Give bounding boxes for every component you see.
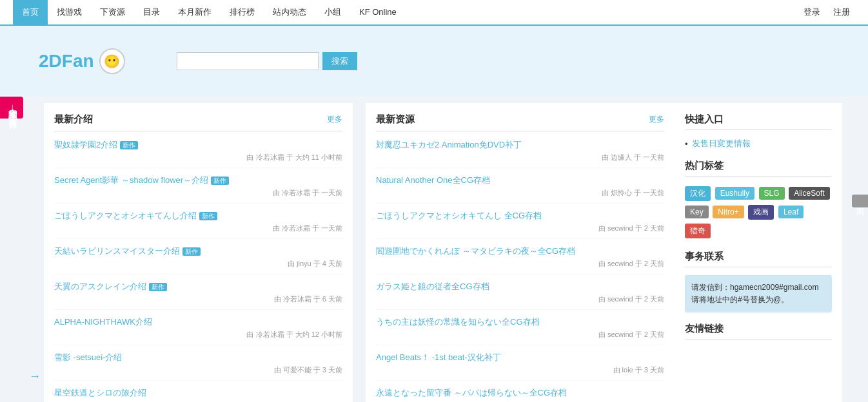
tag-alicesoft[interactable]: AliceSoft [789, 187, 829, 200]
nav-home[interactable]: 首页 [13, 0, 48, 25]
new-badge: 新作 [182, 247, 201, 256]
list-item: 聖奴隷学園2介绍新作 由 冷若冰霜 于 大约 11 小时前 [54, 139, 342, 168]
close-button[interactable]: 关闭 [852, 195, 868, 207]
latest-resources-section: 最新资源 更多 対魔忍ユキカゼ2 Animation免DVD补丁 由 边缘人 于… [366, 103, 675, 402]
quick-access-item: • 发售日変更情報 [685, 138, 832, 149]
item-meta: 由 loie 于 3 天前 [376, 365, 664, 375]
new-badge: 新作 [211, 177, 229, 185]
site-header: 2DFan 😶 搜索 [0, 26, 868, 97]
intro-item-link[interactable]: 星空鉄道とシロの旅介绍 [54, 388, 146, 397]
tag-slg[interactable]: SLG [759, 187, 785, 200]
logo: 2DFan 😶 [39, 48, 125, 74]
item-meta: 由 冷若冰霜 于 大约 12 小时前 [54, 330, 342, 340]
resource-item-link[interactable]: 閻遊圍地でかくれんぼ ～マタビラキの夜～全CG存档 [376, 246, 575, 256]
list-item: 雪影 -setsuei-介绍 由 可爱不能 于 3 天前 [54, 352, 342, 381]
tag-xihua[interactable]: 戏画 [748, 205, 774, 220]
list-item: 永遠となった留守番 ～パパは帰らない～全CG存档 由 炽怜心 于 4 天前 [376, 387, 664, 402]
tags-container: 汉化 Eushully SLG AliceSoft Key Nitro+ 戏画 … [685, 184, 832, 240]
item-meta: 由 secwind 于 2 天前 [376, 259, 664, 269]
friends-title: 友情链接 [685, 323, 832, 340]
tag-lieqi[interactable]: 猎奇 [685, 224, 711, 238]
resource-item-link[interactable]: ガラス姫と鏡の従者全CG存档 [376, 282, 489, 291]
resource-item-link[interactable]: 永遠となった留守番 ～パパは帰らない～全CG存档 [376, 388, 567, 397]
item-meta: 由 secwind 于 2 天前 [376, 294, 664, 304]
main-content: → 最新介绍 更多 聖奴隷学園2介绍新作 由 冷若冰霜 于 大约 11 小时前 … [0, 103, 868, 402]
list-item: Secret Agent影華 ～shadow flower～介绍新作 由 冷若冰… [54, 175, 342, 204]
nav-download[interactable]: 下资源 [91, 0, 134, 25]
intro-item-link[interactable]: 天結いラビリンスマイスター介绍 [54, 246, 180, 256]
item-meta: 由 冷若冰霜 于 一天前 [54, 224, 342, 233]
nav-new-this-month[interactable]: 本月新作 [169, 0, 221, 25]
list-item: Natural Another One全CG存档 由 炽怜心 于 一天前 [376, 175, 664, 204]
top-nav: 首页 找游戏 下资源 目录 本月新作 排行榜 站内动态 小组 KF Online… [0, 0, 868, 26]
latest-intro-title: 最新介绍 [54, 113, 93, 126]
item-meta: 由 冷若冰霜 于 一天前 [54, 188, 342, 198]
list-item: ごほうしアクマとオシオキてんし介绍新作 由 冷若冰霜 于 一天前 [54, 210, 342, 239]
logo-text: 2DFan [39, 51, 94, 72]
nav-find-games[interactable]: 找游戏 [48, 0, 91, 25]
item-meta: 由 secwind 于 2 天前 [376, 224, 664, 233]
item-meta: 由 炽怜心 于 一天前 [376, 188, 664, 198]
resource-item-link[interactable]: 対魔忍ユキカゼ2 Animation免DVD补丁 [376, 140, 522, 149]
latest-intro-section: 最新介绍 更多 聖奴隷学園2介绍新作 由 冷若冰霜 于 大约 11 小时前 Se… [44, 103, 353, 402]
logo-icon: 😶 [99, 48, 125, 74]
list-item: ごほうしアクマとオシオキてんし 全CG存档 由 secwind 于 2 天前 [376, 210, 664, 239]
item-meta: 由 jinyu 于 4 天前 [54, 259, 342, 269]
item-meta: 由 冷若冰霜 于 大约 11 小时前 [54, 153, 342, 162]
latest-resources-more[interactable]: 更多 [649, 114, 664, 125]
nav-catalog[interactable]: 目录 [134, 0, 169, 25]
resource-item-link[interactable]: うちの主は妖怪の常識を知らない全CG存档 [376, 317, 540, 327]
list-item: 対魔忍ユキカゼ2 Animation免DVD补丁 由 边缘人 于 一天前 [376, 139, 664, 168]
register-link[interactable]: 注册 [828, 0, 855, 25]
item-meta: 由 secwind 于 2 天前 [376, 330, 664, 340]
item-meta: 由 可爱不能 于 3 天前 [54, 365, 342, 375]
list-item: ALPHA-NIGHTHAWK介绍 由 冷若冰霜 于 大约 12 小时前 [54, 316, 342, 345]
resource-item-link[interactable]: ごほうしアクマとオシオキてんし 全CG存档 [376, 211, 542, 220]
intro-item-link[interactable]: 天翼のアスクレイン介绍 [54, 282, 146, 291]
tag-key[interactable]: Key [685, 206, 709, 218]
quick-access-title: 快捷入口 [685, 113, 832, 130]
list-item: 閻遊圍地でかくれんぼ ～マタビラキの夜～全CG存档 由 secwind 于 2 … [376, 245, 664, 274]
intro-item-link[interactable]: ごほうしアクマとオシオキてんし介绍 [54, 211, 197, 220]
item-meta: 由 边缘人 于 一天前 [376, 153, 664, 162]
list-item: うちの主は妖怪の常識を知らない全CG存档 由 secwind 于 2 天前 [376, 316, 664, 345]
friends-section: 友情链接 [685, 323, 832, 340]
content-area: 最新介绍 更多 聖奴隷学園2介绍新作 由 冷若冰霜 于 大约 11 小时前 Se… [44, 103, 675, 402]
list-item: ガラス姫と鏡の従者全CG存档 由 secwind 于 2 天前 [376, 281, 664, 310]
tag-leaf[interactable]: Leaf [778, 206, 804, 218]
latest-intro-more[interactable]: 更多 [327, 114, 342, 125]
tag-eushully[interactable]: Eushully [715, 187, 755, 200]
resource-item-link[interactable]: Angel Beats！ -1st beat-汉化补丁 [376, 352, 501, 362]
tag-nitroplus[interactable]: Nitro+ [713, 206, 744, 218]
list-item: 天結いラビリンスマイスター介绍新作 由 jinyu 于 4 天前 [54, 245, 342, 274]
intro-item-link[interactable]: Secret Agent影華 ～shadow flower～介绍 [54, 175, 208, 185]
new-badge: 新作 [120, 141, 138, 149]
latest-intro-list: 聖奴隷学園2介绍新作 由 冷若冰霜 于 大约 11 小时前 Secret Age… [54, 139, 342, 402]
search-button[interactable]: 搜索 [322, 52, 357, 70]
item-meta: 由 冷若冰霜 于 6 天前 [54, 294, 342, 304]
scroll-arrow: → [26, 103, 44, 402]
intro-item-link[interactable]: 雪影 -setsuei-介绍 [54, 352, 122, 362]
contact-box: 请发信到：hgamecn2009#gmail.com请将地址中的#号替换为@。 [685, 275, 832, 312]
contact-section: 事务联系 请发信到：hgamecn2009#gmail.com请将地址中的#号替… [685, 251, 832, 312]
left-banner[interactable]: 鼠标移到这里来→有惊喜 [0, 97, 23, 119]
latest-resources-title: 最新资源 [376, 113, 415, 126]
search-input[interactable] [177, 52, 319, 70]
new-badge: 新作 [149, 283, 167, 291]
nav-groups[interactable]: 小组 [315, 0, 350, 25]
right-sidebar: 快捷入口 • 发售日変更情報 热门标签 汉化 Eushully SLG Alic… [675, 103, 842, 402]
intro-item-link[interactable]: ALPHA-NIGHTHAWK介绍 [54, 317, 152, 327]
new-badge: 新作 [199, 212, 217, 220]
login-link[interactable]: 登录 [798, 0, 825, 25]
nav-kf-online[interactable]: KF Online [350, 0, 406, 25]
tag-hanhua[interactable]: 汉化 [685, 186, 711, 201]
latest-resources-header: 最新资源 更多 [376, 113, 664, 131]
latest-intro-header: 最新介绍 更多 [54, 113, 342, 131]
hot-tags-title: 热门标签 [685, 160, 832, 177]
latest-resources-list: 対魔忍ユキカゼ2 Animation免DVD补丁 由 边缘人 于 一天前 Nat… [376, 139, 664, 402]
nav-site-news[interactable]: 站内动态 [264, 0, 315, 25]
resource-item-link[interactable]: Natural Another One全CG存档 [376, 175, 490, 185]
nav-ranking[interactable]: 排行榜 [221, 0, 264, 25]
quick-access-link[interactable]: 发售日変更情報 [692, 138, 751, 149]
intro-item-link[interactable]: 聖奴隷学園2介绍 [54, 140, 117, 149]
